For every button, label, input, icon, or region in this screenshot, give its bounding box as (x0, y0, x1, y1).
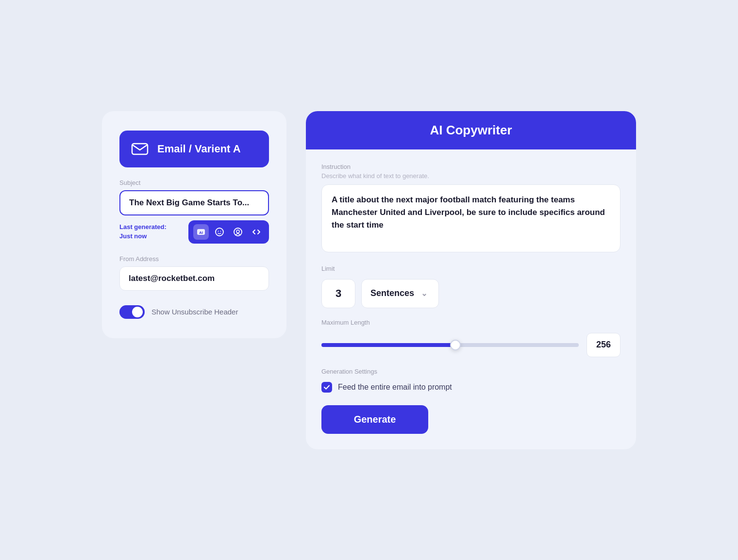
limit-section: Limit 3 Sentences ⌄ (321, 265, 621, 308)
subject-field-group: Subject (119, 179, 269, 215)
svg-point-5 (220, 231, 221, 231)
subject-meta-row: Last generated: Just now AI (119, 220, 269, 244)
unsubscribe-toggle[interactable] (119, 305, 145, 319)
ai-title: AI Copywriter (321, 123, 621, 138)
from-address-field-group: From Address (119, 255, 269, 291)
instruction-textarea[interactable]: A title about the next major football ma… (321, 184, 621, 252)
svg-text:AI: AI (199, 231, 203, 235)
generation-settings-section: Generation Settings Feed the entire emai… (321, 368, 621, 393)
ai-header: AI Copywriter (306, 111, 636, 149)
limit-unit-label: Sentences (370, 288, 414, 298)
limit-unit-dropdown[interactable]: Sentences ⌄ (361, 279, 439, 308)
slider-wrapper (321, 343, 579, 347)
right-panel: AI Copywriter Instruction Describe what … (306, 111, 636, 449)
limit-label: Limit (321, 265, 621, 272)
max-length-label: Maximum Length (321, 319, 621, 326)
checkbox-row: Feed the entire email into prompt (321, 382, 621, 393)
instruction-label: Instruction (321, 163, 621, 170)
feed-email-checkbox[interactable] (321, 382, 332, 393)
subject-input[interactable] (119, 190, 269, 215)
subject-label: Subject (119, 179, 269, 186)
toggle-label-text: Show Unsubscribe Header (151, 308, 238, 316)
svg-point-6 (234, 228, 242, 236)
toolbar-icons: AI (188, 220, 269, 244)
slider-value-display: 256 (587, 333, 621, 357)
svg-point-7 (236, 230, 239, 233)
ai-body: Instruction Describe what kind of text t… (306, 149, 636, 449)
from-address-input[interactable] (119, 266, 269, 291)
limit-controls: 3 Sentences ⌄ (321, 279, 621, 308)
slider-fill (321, 343, 455, 347)
max-length-section: Maximum Length 256 (321, 319, 621, 357)
instruction-section: Instruction Describe what kind of text t… (321, 163, 621, 254)
svg-point-4 (218, 231, 219, 231)
ai-icon-button[interactable]: AI (193, 224, 209, 240)
email-variant-label: Email / Varient A (157, 143, 241, 155)
face-icon-button[interactable] (230, 224, 246, 240)
chevron-down-icon: ⌄ (421, 289, 427, 298)
instruction-sublabel: Describe what kind of text to generate. (321, 172, 621, 180)
limit-number-display: 3 (321, 279, 355, 308)
slider-row: 256 (321, 333, 621, 357)
emoji-icon-button[interactable] (212, 224, 227, 240)
from-address-label: From Address (119, 255, 269, 263)
toggle-row: Show Unsubscribe Header (119, 305, 269, 319)
svg-rect-0 (132, 144, 148, 154)
main-container: Email / Varient A Subject Last generated… (102, 111, 636, 449)
email-variant-button[interactable]: Email / Varient A (119, 131, 269, 167)
generation-settings-label: Generation Settings (321, 368, 621, 375)
feed-email-label: Feed the entire email into prompt (338, 383, 452, 392)
slider-thumb[interactable] (450, 340, 461, 350)
email-icon (131, 140, 149, 158)
code-icon-button[interactable] (249, 224, 264, 240)
generate-button[interactable]: Generate (321, 405, 428, 434)
last-generated-text: Last generated: Just now (119, 223, 167, 240)
svg-point-3 (216, 228, 223, 236)
subject-section: Subject Last generated: Just now AI (119, 179, 269, 244)
left-panel: Email / Varient A Subject Last generated… (102, 111, 286, 338)
